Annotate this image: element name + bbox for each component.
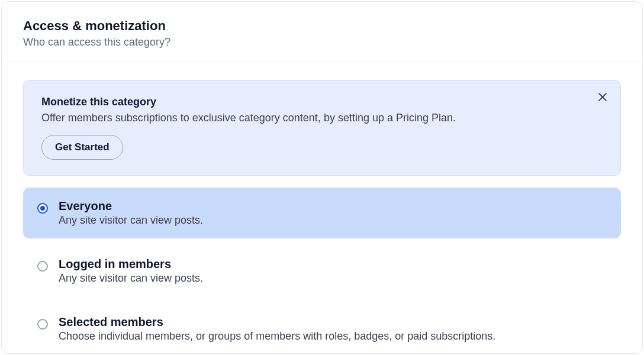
radio-indicator <box>37 203 48 214</box>
option-logged-in-members[interactable]: Logged in members Any site visitor can v… <box>23 246 621 296</box>
monetize-banner: Monetize this category Offer members sub… <box>23 80 621 176</box>
card-body: Monetize this category Offer members sub… <box>2 62 642 354</box>
radio-dot-icon <box>40 206 45 211</box>
option-description: Any site visitor can view posts. <box>59 272 607 285</box>
page-subtitle: Who can access this category? <box>23 36 621 49</box>
option-text: Everyone Any site visitor can view posts… <box>59 199 607 227</box>
settings-card: Access & monetization Who can access thi… <box>1 1 643 354</box>
option-selected-members[interactable]: Selected members Choose individual membe… <box>23 304 621 354</box>
option-text: Selected members Choose individual membe… <box>59 315 607 343</box>
radio-indicator <box>37 319 48 330</box>
radio-indicator <box>37 261 48 272</box>
option-description: Any site visitor can view posts. <box>59 214 607 227</box>
option-text: Logged in members Any site visitor can v… <box>59 257 607 285</box>
close-banner-button[interactable] <box>597 91 608 103</box>
option-everyone[interactable]: Everyone Any site visitor can view posts… <box>23 188 621 238</box>
page-title: Access & monetization <box>23 18 621 34</box>
get-started-button[interactable]: Get Started <box>41 135 123 160</box>
option-title: Everyone <box>59 199 607 213</box>
card-header: Access & monetization Who can access thi… <box>2 2 642 62</box>
option-title: Logged in members <box>59 257 607 271</box>
option-description: Choose individual members, or groups of … <box>59 330 607 343</box>
banner-description: Offer members subscriptions to exclusive… <box>41 112 603 124</box>
option-title: Selected members <box>59 315 607 329</box>
close-icon <box>598 93 607 101</box>
banner-title: Monetize this category <box>41 96 603 108</box>
